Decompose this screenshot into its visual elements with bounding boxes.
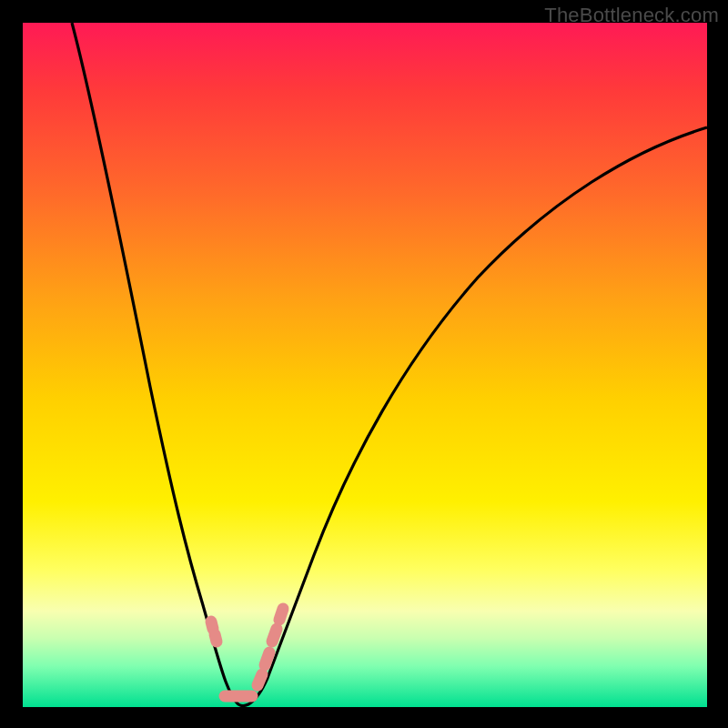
svg-line-4 [265, 652, 269, 665]
svg-line-1 [215, 634, 217, 642]
bottleneck-curve [72, 23, 707, 706]
svg-line-6 [279, 609, 283, 620]
svg-line-5 [272, 629, 277, 642]
svg-line-0 [211, 622, 213, 629]
chart-svg [23, 23, 707, 707]
watermark-text: TheBottleneck.com [544, 4, 719, 27]
marker-region [211, 609, 283, 696]
svg-line-3 [258, 674, 262, 685]
chart-plot-area [23, 23, 707, 707]
